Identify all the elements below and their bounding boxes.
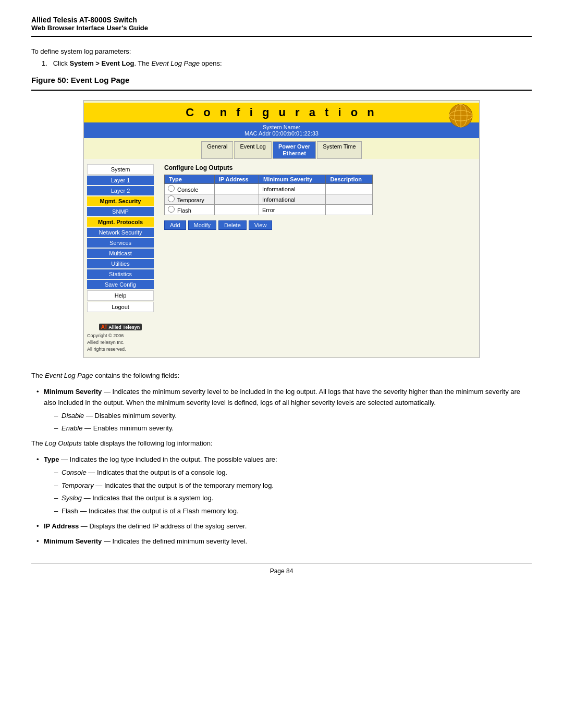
tab-system-time[interactable]: System Time bbox=[317, 141, 362, 159]
radio-flash[interactable] bbox=[168, 206, 175, 213]
cell-desc-flash bbox=[326, 205, 373, 215]
tab-general[interactable]: General bbox=[201, 141, 233, 159]
type-sub: Console — Indicates that the output is o… bbox=[54, 467, 532, 517]
sidebar-item-multicast[interactable]: Multicast bbox=[87, 249, 154, 258]
col-ip: IP Address bbox=[214, 175, 259, 184]
cell-type-console: Console bbox=[165, 184, 215, 194]
doc-title: Allied Telesis AT-8000S Switch bbox=[31, 16, 532, 24]
field-ip-address: IP Address — Displays the defined IP add… bbox=[36, 521, 532, 532]
mac-addr-label: MAC Addr 00:00:b0:01:22:33 bbox=[244, 130, 319, 137]
sidebar-item-services[interactable]: Services bbox=[87, 238, 154, 248]
main-content: System Layer 1 Layer 2 Mgmt. Security SN… bbox=[84, 159, 479, 357]
system-name-bar: System Name: MAC Addr 00:00:b0:01:22:33 bbox=[84, 122, 479, 138]
sidebar-item-network-security[interactable]: Network Security bbox=[87, 228, 154, 237]
tab-power-over-ethernet[interactable]: Power OverEthernet bbox=[273, 141, 316, 159]
sub-syslog: Syslog — Indicates that the output is a … bbox=[54, 493, 532, 504]
config-title: C o n f i g u r a t i o n bbox=[186, 106, 377, 119]
cell-ip-temp bbox=[214, 194, 259, 205]
sub-temporary: Temporary — Indicates that the output is… bbox=[54, 480, 532, 491]
sub-disable: Disable — Disables minimum severity. bbox=[54, 411, 532, 422]
cell-type-temp: Temporary bbox=[165, 194, 215, 205]
view-button[interactable]: View bbox=[249, 220, 273, 230]
page-header: Allied Telesis AT-8000S Switch Web Brows… bbox=[31, 16, 532, 37]
copyright-text: Copyright © 2006Allied Telesyn Inc.All r… bbox=[87, 332, 154, 352]
sidebar-item-layer1[interactable]: Layer 1 bbox=[87, 176, 154, 185]
fields-list: Minimum Severity — Indicates the minimum… bbox=[36, 387, 532, 434]
figure-title: Figure 50: Event Log Page bbox=[31, 76, 129, 87]
cell-ip-console bbox=[214, 184, 259, 194]
col-severity: Minimum Severity bbox=[259, 175, 326, 184]
figure-title-row: Figure 50: Event Log Page bbox=[31, 76, 532, 87]
sidebar-item-mgmt-security[interactable]: Mgmt. Security bbox=[87, 196, 154, 206]
sidebar-item-help[interactable]: Help bbox=[87, 290, 154, 301]
intro-text: To define system log parameters: bbox=[31, 47, 532, 55]
field-min-severity-2: Minimum Severity — Indicates the defined… bbox=[36, 536, 532, 547]
log-fields-list: Type — Indicates the log type included i… bbox=[36, 454, 532, 547]
sidebar-logo: AT Allied Telesyn bbox=[87, 323, 154, 330]
config-title-bar: C o n f i g u r a t i o n bbox=[84, 103, 479, 122]
delete-button[interactable]: Delete bbox=[218, 220, 247, 230]
add-button[interactable]: Add bbox=[164, 220, 186, 230]
sidebar-item-snmp[interactable]: SNMP bbox=[87, 207, 154, 216]
sidebar-item-utilities[interactable]: Utilities bbox=[87, 259, 154, 268]
sidebar-item-system[interactable]: System bbox=[87, 164, 154, 175]
sub-enable: Enable — Enables minimum severity. bbox=[54, 423, 532, 434]
cell-type-flash: Flash bbox=[165, 205, 215, 215]
footer-divider bbox=[31, 563, 532, 563]
field-type: Type — Indicates the log type included i… bbox=[36, 454, 532, 517]
sub-flash: Flash — Indicates that the output is of … bbox=[54, 506, 532, 517]
radio-console[interactable] bbox=[168, 185, 175, 192]
configure-log-title: Configure Log Outputs bbox=[164, 164, 472, 171]
col-type: Type bbox=[165, 175, 215, 184]
radio-temporary[interactable] bbox=[168, 195, 175, 202]
sidebar-item-mgmt-protocols[interactable]: Mgmt. Protocols bbox=[87, 217, 154, 227]
sidebar-item-logout[interactable]: Logout bbox=[87, 302, 154, 312]
action-buttons: Add Modify Delete View bbox=[164, 220, 472, 230]
table-row: Console Informational bbox=[165, 184, 373, 194]
footer-page: Page 84 bbox=[31, 567, 532, 575]
sub-console: Console — Indicates that the output is o… bbox=[54, 467, 532, 478]
body-section: The Event Log Page contains the followin… bbox=[31, 371, 532, 547]
doc-subtitle: Web Browser Interface User's Guide bbox=[31, 24, 532, 32]
system-name-label: System Name: bbox=[263, 124, 300, 130]
cell-desc-temp bbox=[326, 194, 373, 205]
table-row: Temporary Informational bbox=[165, 194, 373, 205]
sidebar-item-layer2[interactable]: Layer 2 bbox=[87, 186, 154, 195]
cell-severity-flash: Error bbox=[259, 205, 326, 215]
screenshot: C o n f i g u r a t i o n System Name: M… bbox=[83, 100, 480, 358]
log-outputs-intro: The Log Outputs table displays the follo… bbox=[31, 438, 532, 449]
tab-event-log[interactable]: Event Log bbox=[234, 141, 272, 159]
col-desc: Description bbox=[326, 175, 373, 184]
event-log-intro: The Event Log Page contains the followin… bbox=[31, 371, 532, 381]
field-min-severity: Minimum Severity — Indicates the minimum… bbox=[36, 387, 532, 434]
sidebar-item-save-config[interactable]: Save Config bbox=[87, 280, 154, 289]
log-table: Type IP Address Minimum Severity Descrip… bbox=[164, 175, 373, 215]
cell-ip-flash bbox=[214, 205, 259, 215]
cell-severity-console: Informational bbox=[259, 184, 326, 194]
min-severity-sub: Disable — Disables minimum severity. Ena… bbox=[54, 411, 532, 435]
cell-severity-temp: Informational bbox=[259, 194, 326, 205]
nav-tabs-row: General Event Log Power OverEthernet Sys… bbox=[84, 138, 479, 159]
globe-icon bbox=[448, 103, 474, 129]
sidebar-item-statistics[interactable]: Statistics bbox=[87, 269, 154, 279]
step1-text: 1. Click System > Event Log. The Event L… bbox=[31, 59, 532, 67]
cell-desc-console bbox=[326, 184, 373, 194]
right-panel: Configure Log Outputs Type IP Address Mi… bbox=[157, 159, 479, 357]
modify-button[interactable]: Modify bbox=[188, 220, 216, 230]
sidebar: System Layer 1 Layer 2 Mgmt. Security SN… bbox=[84, 159, 157, 357]
table-row: Flash Error bbox=[165, 205, 373, 215]
allied-telesis-logo: AT Allied Telesyn bbox=[99, 324, 142, 330]
config-header: C o n f i g u r a t i o n System Name: M… bbox=[84, 101, 479, 159]
